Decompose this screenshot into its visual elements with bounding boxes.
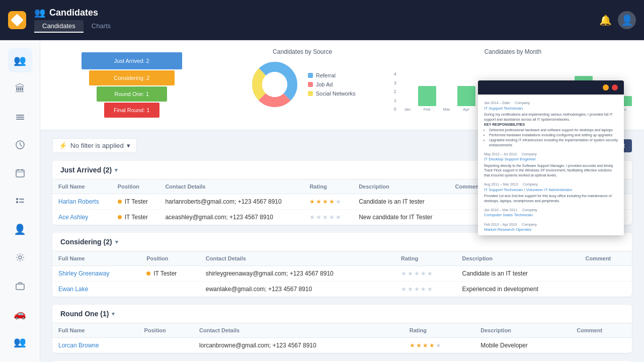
donut-svg: [250, 59, 300, 110]
svg-point-14: [19, 256, 22, 259]
candidate-harlan-roberts[interactable]: Harlan Roberts: [58, 198, 99, 205]
group-considering: Considering (2) ▾ Full Name Position Con…: [52, 233, 632, 297]
svg-point-20: [262, 72, 287, 97]
top-bar-right: 🔔 👤: [599, 11, 636, 29]
col-fullname: Full Name: [52, 323, 138, 338]
resume-popup: Jan 2014 – Date Company IT Support Techn…: [478, 80, 624, 235]
svg-rect-6: [16, 170, 24, 177]
col-description: Description: [353, 179, 449, 194]
donut-chart-box: Candidates by Source: [223, 48, 381, 122]
position-badge: IT Tester: [118, 198, 153, 205]
rating-stars: ★ ★ ★ ★ ★: [309, 214, 347, 221]
notification-icon[interactable]: 🔔: [599, 14, 612, 26]
sidebar-item-layers[interactable]: [8, 105, 32, 129]
svg-rect-13: [19, 202, 24, 203]
col-rating: Rating: [404, 323, 475, 338]
table-row: Lorcan Browne lorcanbrowne@gmail.com; +1…: [52, 338, 632, 353]
sidebar-item-calendar[interactable]: [8, 161, 32, 185]
y-axis: 4 3 2 1 0: [394, 71, 396, 112]
group-round-one: Round One (1) ▾ Full Name Position Conta…: [52, 305, 632, 353]
rating-stars: ★ ★ ★ ★ ★: [401, 286, 450, 293]
chevron-down-icon: ▾: [127, 142, 130, 149]
bar-feb: Feb: [418, 71, 436, 112]
filter-icon: ⚡: [59, 142, 67, 149]
group-header-considering[interactable]: Considering (2) ▾: [52, 233, 632, 251]
sidebar-item-clock[interactable]: [8, 133, 32, 157]
popup-minimize-button[interactable]: [603, 84, 609, 90]
funnel-chart-box: Just Arrived: 2 Considering: 2 Round One…: [52, 48, 211, 122]
funnel-bar-final-round: Final Round: 1: [104, 103, 159, 118]
col-contact: Contact Details: [193, 323, 404, 338]
sidebar-item-user[interactable]: 👤: [8, 217, 32, 241]
sidebar-item-briefcase[interactable]: [8, 274, 32, 298]
col-rating: Rating: [303, 179, 353, 194]
resume-section-2: May 2013 – Jul 2013 Company IT Desktop S…: [484, 152, 618, 178]
svg-rect-12: [16, 201, 18, 203]
bar-apr: Apr: [457, 71, 475, 112]
donut-legend: Referral Job Ad Social Networks: [308, 72, 356, 97]
funnel-bar-considering: Considering: 2: [89, 70, 175, 85]
user-avatar[interactable]: 👤: [618, 11, 636, 29]
top-nav: 👥 Candidates Candidates Charts: [34, 7, 599, 33]
chevron-considering: ▾: [115, 239, 118, 245]
filter-button[interactable]: ⚡ No filter is applied ▾: [52, 138, 137, 153]
table-considering: Full Name Position Contact Details Ratin…: [52, 251, 632, 297]
sidebar-item-group[interactable]: 👥: [8, 330, 32, 354]
col-comment: Comment: [571, 323, 632, 338]
group-header-round-one[interactable]: Round One (1) ▾: [52, 305, 632, 323]
funnel-bar-just-arrived: Just Arrived: 2: [82, 52, 182, 69]
legend-dot-job-ad: [308, 82, 313, 87]
candidate-ace-ashley[interactable]: Ace Ashley: [58, 214, 88, 221]
svg-rect-11: [19, 199, 24, 200]
sidebar-item-candidates[interactable]: 👥: [8, 48, 32, 72]
donut-chart-title: Candidates by Source: [223, 48, 381, 55]
col-comment: Comment: [580, 251, 632, 266]
tab-charts[interactable]: Charts: [84, 20, 119, 33]
chevron-round-one: ▾: [112, 311, 115, 317]
col-description: Description: [474, 323, 571, 338]
col-rating: Rating: [395, 251, 456, 266]
svg-rect-2: [16, 119, 24, 120]
legend-dot-social: [308, 91, 313, 96]
position-badge: IT Tester: [146, 270, 194, 277]
col-fullname: Full Name: [52, 251, 140, 266]
svg-rect-0: [16, 115, 24, 116]
resume-popup-header: [478, 80, 624, 95]
resume-popup-body[interactable]: Jan 2014 – Date Company IT Support Techn…: [478, 95, 624, 235]
sidebar-item-settings[interactable]: [8, 245, 32, 269]
col-contact: Contact Details: [200, 251, 395, 266]
position-dot: [118, 200, 122, 204]
funnel-bar-round-one: Round One: 1: [97, 86, 167, 102]
logo-diamond: [11, 14, 23, 26]
col-position: Position: [140, 251, 200, 266]
popup-close-button[interactable]: [612, 84, 618, 90]
candidate-lorcan-browne[interactable]: Lorcan Browne: [58, 342, 99, 349]
donut-chart-container: Referral Job Ad Social Networks: [223, 59, 381, 110]
nav-tabs: Candidates Charts: [34, 20, 599, 33]
legend-referral: Referral: [308, 72, 356, 78]
table-row: Shirley Greenaway IT Tester shirleygreen…: [52, 266, 632, 282]
table-round-one: Full Name Position Contact Details Ratin…: [52, 323, 632, 353]
candidate-shirley-greenaway[interactable]: Shirley Greenaway: [58, 270, 109, 277]
bar-jan: Jan: [398, 71, 417, 112]
position-dot: [146, 272, 150, 276]
tab-candidates[interactable]: Candidates: [34, 20, 84, 33]
chevron-just-arrived: ▾: [115, 167, 118, 173]
position-badge: IT Tester: [118, 214, 153, 221]
funnel-chart: Just Arrived: 2 Considering: 2 Round One…: [52, 48, 211, 122]
rating-stars: ★ ★ ★ ★ ★: [309, 198, 347, 205]
resume-section-3: Aug 2011 – Mar 2013 Company IT Support T…: [484, 182, 618, 204]
top-bar: 👥 Candidates Candidates Charts 🔔 👤: [0, 0, 644, 40]
sidebar-item-building[interactable]: 🏛: [8, 76, 32, 101]
col-position: Position: [138, 323, 193, 338]
app-logo: [8, 11, 26, 29]
bar-chart-title: Candidates by Month: [394, 48, 632, 55]
sidebar-item-car[interactable]: 🚗: [8, 302, 32, 326]
candidate-ewan-lake[interactable]: Ewan Lake: [58, 286, 88, 293]
legend-social: Social Networks: [308, 90, 356, 97]
svg-rect-10: [16, 198, 18, 200]
bar-mar: Mar: [438, 71, 456, 112]
sidebar-item-list[interactable]: [8, 189, 32, 213]
col-description: Description: [456, 251, 580, 266]
legend-job-ad: Job Ad: [308, 81, 356, 87]
